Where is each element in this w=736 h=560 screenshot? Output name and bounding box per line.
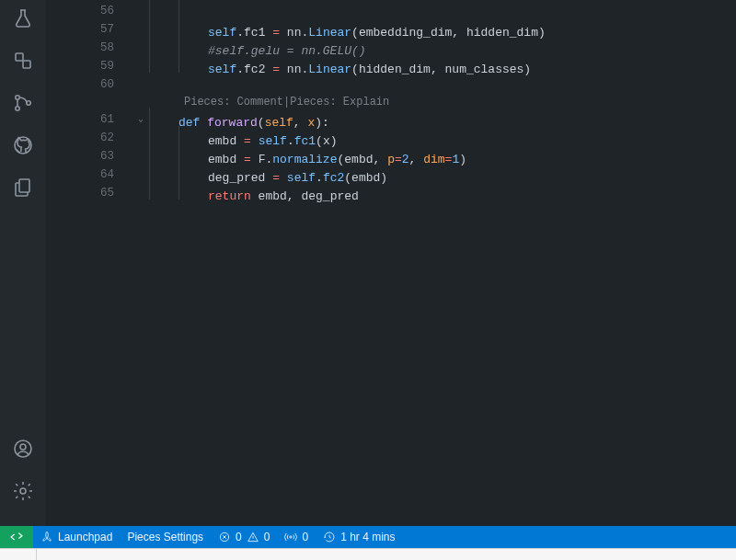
code-content[interactable]	[147, 75, 736, 94]
account-icon[interactable]	[10, 436, 36, 462]
status-time-label: 1 hr 4 mins	[340, 531, 395, 543]
line-number: 57	[46, 20, 134, 39]
line-number: 59	[46, 57, 134, 75]
line-number: 63	[46, 147, 134, 166]
status-bar: Launchpad Pieces Settings 0 0 0 1 hr 4 m…	[0, 526, 736, 548]
remote-indicator[interactable]	[0, 526, 33, 548]
line-number: 62	[46, 129, 134, 147]
settings-gear-icon[interactable]	[10, 478, 36, 504]
activity-bar	[0, 0, 46, 526]
status-launchpad[interactable]: Launchpad	[33, 526, 120, 548]
svg-point-11	[290, 536, 292, 538]
code-line[interactable]: 65return embd, deg_pred	[46, 184, 736, 202]
code-line[interactable]: 60	[46, 75, 736, 94]
github-icon[interactable]	[10, 132, 36, 158]
status-errors-count: 0	[236, 531, 242, 543]
fold-chevron-icon[interactable]: ⌄	[134, 110, 147, 129]
line-number: 61	[46, 110, 134, 129]
svg-point-2	[16, 96, 19, 99]
svg-point-9	[20, 488, 26, 494]
status-warnings-count: 0	[264, 531, 270, 543]
svg-point-8	[20, 444, 26, 450]
line-number: 60	[46, 75, 134, 94]
line-number: 65	[46, 184, 134, 202]
svg-rect-1	[23, 61, 30, 68]
status-time-tracking[interactable]: 1 hr 4 mins	[316, 526, 402, 548]
error-icon	[218, 531, 231, 543]
svg-rect-0	[16, 53, 23, 61]
warning-icon	[247, 531, 259, 543]
status-ports-count: 0	[302, 531, 308, 543]
broadcast-icon	[284, 531, 297, 543]
status-pieces-settings-label: Pieces Settings	[127, 531, 203, 543]
files-icon[interactable]	[10, 175, 36, 200]
status-pieces-settings[interactable]: Pieces Settings	[120, 526, 211, 548]
status-problems[interactable]: 0 0	[211, 526, 277, 548]
line-number: 56	[46, 2, 134, 20]
test-beaker-icon[interactable]	[10, 6, 36, 31]
status-ports[interactable]: 0	[277, 526, 316, 548]
status-launchpad-label: Launchpad	[58, 531, 112, 543]
code-line[interactable]: 59self.fc2 = nn.Linear(hidden_dim, num_c…	[46, 57, 736, 75]
code-content[interactable]: return embd, deg_pred	[147, 181, 736, 206]
history-icon	[323, 531, 336, 543]
window-chrome-bottom	[0, 548, 736, 560]
line-number: 64	[46, 166, 134, 184]
code-editor[interactable]: 5657self.fc1 = nn.Linear(embedding_dim, …	[46, 0, 736, 526]
svg-point-3	[16, 107, 19, 110]
svg-rect-6	[19, 179, 29, 192]
containers-icon[interactable]	[10, 48, 36, 74]
line-number: 58	[46, 39, 134, 57]
source-control-icon[interactable]	[10, 90, 36, 116]
